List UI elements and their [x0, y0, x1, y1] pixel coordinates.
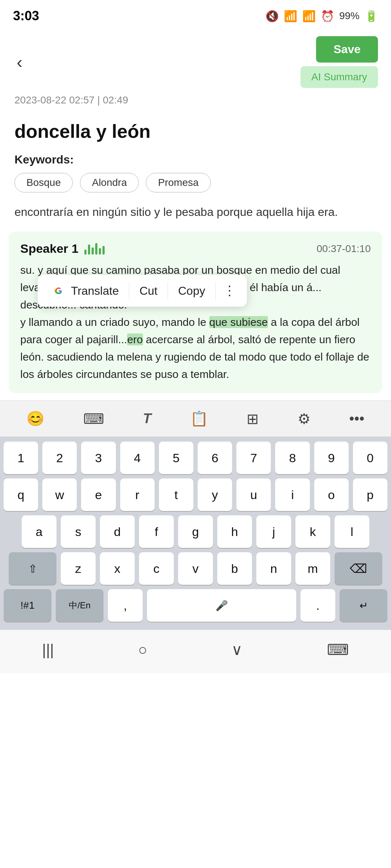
bottom-row: !#1 中/En , 🎤 . ↵: [4, 589, 387, 622]
battery-icon: 🔋: [365, 10, 378, 22]
text-style-toolbar-icon[interactable]: T: [139, 407, 155, 430]
key-w[interactable]: w: [42, 478, 77, 511]
key-r[interactable]: r: [120, 478, 155, 511]
key-p[interactable]: p: [353, 478, 387, 511]
google-icon: [51, 284, 66, 298]
backspace-key[interactable]: ⌫: [335, 552, 382, 585]
key-l[interactable]: l: [335, 515, 369, 548]
save-button[interactable]: Save: [316, 36, 378, 63]
zxcv-row: ⇧ z x c v b n m ⌫: [4, 552, 387, 585]
key-m[interactable]: m: [295, 552, 330, 585]
key-u[interactable]: u: [236, 478, 271, 511]
key-7[interactable]: 7: [236, 442, 271, 474]
home-button[interactable]: ○: [123, 638, 161, 662]
emoji-toolbar-icon[interactable]: 😊: [23, 407, 48, 431]
mic-icon: 🎤: [215, 600, 228, 612]
keyword-tag-promesa[interactable]: Promesa: [146, 173, 210, 192]
symbols-key[interactable]: !#1: [4, 589, 51, 622]
key-h[interactable]: h: [217, 515, 252, 548]
keyboard-nav-button[interactable]: ⌨: [312, 637, 363, 662]
key-d[interactable]: d: [100, 515, 135, 548]
more-toolbar-icon[interactable]: •••: [346, 407, 368, 430]
keywords-tags: Bosque Alondra Promesa: [14, 173, 377, 192]
keyboard-toolbar-icon[interactable]: ⌨: [80, 407, 108, 431]
clipboard-toolbar-icon[interactable]: 📋: [186, 407, 212, 431]
back-button[interactable]: ‹: [13, 48, 26, 76]
ai-summary-button[interactable]: AI Summary: [300, 66, 378, 88]
key-j[interactable]: j: [256, 515, 291, 548]
copy-label: Copy: [178, 284, 205, 298]
back-nav-button[interactable]: ∨: [217, 637, 257, 662]
grid-toolbar-icon[interactable]: ⊞: [243, 407, 262, 431]
key-e[interactable]: e: [81, 478, 115, 511]
enter-key[interactable]: ↵: [340, 589, 387, 622]
cut-menu-item[interactable]: Cut: [129, 275, 168, 307]
header-bar: ‹ Save AI Summary: [0, 29, 391, 92]
mute-icon: 🔇: [265, 10, 279, 22]
settings-toolbar-icon[interactable]: ⚙: [294, 407, 314, 431]
translate-menu-item[interactable]: Translate: [41, 275, 129, 307]
key-f[interactable]: f: [139, 515, 174, 548]
key-x[interactable]: x: [100, 552, 135, 585]
key-v[interactable]: v: [178, 552, 213, 585]
more-menu-item[interactable]: ⋮: [216, 283, 243, 298]
speaker-name: Speaker 1: [20, 242, 105, 256]
key-z[interactable]: z: [61, 552, 96, 585]
alarm-icon: ⏰: [321, 10, 334, 22]
key-y[interactable]: y: [198, 478, 232, 511]
key-i[interactable]: i: [275, 478, 310, 511]
note-timestamp: 2023-08-22 02:57 | 02:49: [0, 92, 391, 113]
key-k[interactable]: k: [295, 515, 330, 548]
cut-label: Cut: [139, 284, 157, 298]
key-6[interactable]: 6: [198, 442, 232, 474]
key-0[interactable]: 0: [353, 442, 387, 474]
key-q[interactable]: q: [4, 478, 38, 511]
key-8[interactable]: 8: [275, 442, 310, 474]
qwerty-row: q w e r t y u i o p: [4, 478, 387, 511]
keyboard: 1 2 3 4 5 6 7 8 9 0 q w e r t y u i o p …: [0, 437, 391, 630]
key-o[interactable]: o: [314, 478, 349, 511]
key-s[interactable]: s: [61, 515, 96, 548]
comma-key[interactable]: ,: [108, 589, 143, 622]
key-g[interactable]: g: [178, 515, 213, 548]
keyword-tag-bosque[interactable]: Bosque: [14, 173, 73, 192]
asdf-row: a s d f g h j k l: [4, 515, 387, 548]
keyword-tag-alondra[interactable]: Alondra: [80, 173, 139, 192]
note-title[interactable]: doncella y león: [0, 113, 391, 146]
selected-text: que subiese: [209, 316, 268, 328]
battery-indicator: 99%: [339, 10, 360, 22]
translate-label: Translate: [71, 284, 119, 298]
key-b[interactable]: b: [217, 552, 252, 585]
key-4[interactable]: 4: [120, 442, 155, 474]
selected-text-2: ero: [127, 333, 143, 345]
keywords-label: Keywords:: [14, 153, 377, 166]
key-9[interactable]: 9: [314, 442, 349, 474]
number-row: 1 2 3 4 5 6 7 8 9 0: [4, 442, 387, 474]
keyboard-toolbar: 😊 ⌨ T 📋 ⊞ ⚙ •••: [0, 400, 391, 437]
speaker-time-range: 00:37-01:10: [317, 243, 371, 255]
key-n[interactable]: n: [256, 552, 291, 585]
shift-key[interactable]: ⇧: [9, 552, 56, 585]
key-1[interactable]: 1: [4, 442, 38, 474]
status-icons: 🔇 📶 📶 ⏰ 99% 🔋: [265, 10, 378, 22]
speaker-header: Speaker 1 00:37-01:10: [20, 242, 371, 256]
context-menu: Translate Cut Copy ⋮: [38, 275, 247, 307]
header-buttons: Save AI Summary: [300, 36, 378, 88]
key-2[interactable]: 2: [42, 442, 77, 474]
key-3[interactable]: 3: [81, 442, 115, 474]
signal-icon: 📶: [302, 10, 316, 22]
key-a[interactable]: a: [22, 515, 56, 548]
space-key[interactable]: 🎤: [147, 589, 296, 622]
status-time: 3:03: [13, 8, 39, 24]
body-text-snippet: encontraría en ningún sitio y le pesaba …: [0, 196, 391, 224]
recent-apps-button[interactable]: |||: [28, 638, 68, 662]
period-key[interactable]: .: [300, 589, 335, 622]
status-bar: 3:03 🔇 📶 📶 ⏰ 99% 🔋: [0, 0, 391, 29]
copy-menu-item[interactable]: Copy: [168, 275, 215, 307]
lang-key[interactable]: 中/En: [56, 589, 104, 622]
keywords-section: Keywords: Bosque Alondra Promesa: [0, 146, 391, 196]
key-t[interactable]: t: [159, 478, 193, 511]
wifi-icon: 📶: [284, 10, 297, 22]
key-c[interactable]: c: [139, 552, 174, 585]
key-5[interactable]: 5: [159, 442, 193, 474]
